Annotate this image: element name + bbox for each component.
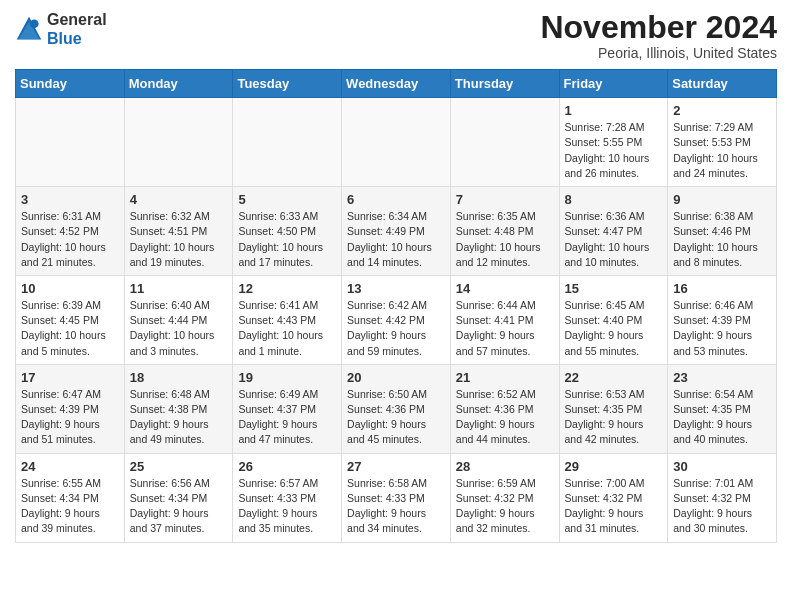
day-info-23: Sunrise: 6:54 AM Sunset: 4:35 PM Dayligh…	[673, 387, 771, 448]
calendar-body: 1Sunrise: 7:28 AM Sunset: 5:55 PM Daylig…	[16, 98, 777, 542]
day-num-19: 19	[238, 370, 336, 385]
cell-w0-d0	[16, 98, 125, 187]
cell-w3-d2: 19Sunrise: 6:49 AM Sunset: 4:37 PM Dayli…	[233, 364, 342, 453]
week-row-0: 1Sunrise: 7:28 AM Sunset: 5:55 PM Daylig…	[16, 98, 777, 187]
cell-w4-d2: 26Sunrise: 6:57 AM Sunset: 4:33 PM Dayli…	[233, 453, 342, 542]
day-info-24: Sunrise: 6:55 AM Sunset: 4:34 PM Dayligh…	[21, 476, 119, 537]
day-num-1: 1	[565, 103, 663, 118]
cell-w3-d4: 21Sunrise: 6:52 AM Sunset: 4:36 PM Dayli…	[450, 364, 559, 453]
day-num-21: 21	[456, 370, 554, 385]
week-row-4: 24Sunrise: 6:55 AM Sunset: 4:34 PM Dayli…	[16, 453, 777, 542]
week-row-3: 17Sunrise: 6:47 AM Sunset: 4:39 PM Dayli…	[16, 364, 777, 453]
day-info-6: Sunrise: 6:34 AM Sunset: 4:49 PM Dayligh…	[347, 209, 445, 270]
day-num-29: 29	[565, 459, 663, 474]
day-num-14: 14	[456, 281, 554, 296]
cell-w1-d5: 8Sunrise: 6:36 AM Sunset: 4:47 PM Daylig…	[559, 187, 668, 276]
day-num-8: 8	[565, 192, 663, 207]
cell-w2-d0: 10Sunrise: 6:39 AM Sunset: 4:45 PM Dayli…	[16, 275, 125, 364]
location: Peoria, Illinois, United States	[540, 45, 777, 61]
cell-w3-d1: 18Sunrise: 6:48 AM Sunset: 4:38 PM Dayli…	[124, 364, 233, 453]
day-num-3: 3	[21, 192, 119, 207]
cell-w0-d3	[342, 98, 451, 187]
day-info-17: Sunrise: 6:47 AM Sunset: 4:39 PM Dayligh…	[21, 387, 119, 448]
header: General Blue November 2024 Peoria, Illin…	[15, 10, 777, 61]
day-num-6: 6	[347, 192, 445, 207]
week-row-2: 10Sunrise: 6:39 AM Sunset: 4:45 PM Dayli…	[16, 275, 777, 364]
day-info-8: Sunrise: 6:36 AM Sunset: 4:47 PM Dayligh…	[565, 209, 663, 270]
day-num-26: 26	[238, 459, 336, 474]
calendar-header: Sunday Monday Tuesday Wednesday Thursday…	[16, 70, 777, 98]
day-info-26: Sunrise: 6:57 AM Sunset: 4:33 PM Dayligh…	[238, 476, 336, 537]
cell-w4-d1: 25Sunrise: 6:56 AM Sunset: 4:34 PM Dayli…	[124, 453, 233, 542]
cell-w1-d6: 9Sunrise: 6:38 AM Sunset: 4:46 PM Daylig…	[668, 187, 777, 276]
day-num-13: 13	[347, 281, 445, 296]
day-info-19: Sunrise: 6:49 AM Sunset: 4:37 PM Dayligh…	[238, 387, 336, 448]
cell-w1-d1: 4Sunrise: 6:32 AM Sunset: 4:51 PM Daylig…	[124, 187, 233, 276]
day-num-20: 20	[347, 370, 445, 385]
day-info-30: Sunrise: 7:01 AM Sunset: 4:32 PM Dayligh…	[673, 476, 771, 537]
day-info-18: Sunrise: 6:48 AM Sunset: 4:38 PM Dayligh…	[130, 387, 228, 448]
day-info-4: Sunrise: 6:32 AM Sunset: 4:51 PM Dayligh…	[130, 209, 228, 270]
logo-icon	[15, 15, 43, 43]
header-sunday: Sunday	[16, 70, 125, 98]
day-info-13: Sunrise: 6:42 AM Sunset: 4:42 PM Dayligh…	[347, 298, 445, 359]
day-num-2: 2	[673, 103, 771, 118]
day-info-22: Sunrise: 6:53 AM Sunset: 4:35 PM Dayligh…	[565, 387, 663, 448]
cell-w2-d3: 13Sunrise: 6:42 AM Sunset: 4:42 PM Dayli…	[342, 275, 451, 364]
day-num-23: 23	[673, 370, 771, 385]
day-num-18: 18	[130, 370, 228, 385]
day-num-7: 7	[456, 192, 554, 207]
day-num-4: 4	[130, 192, 228, 207]
day-num-30: 30	[673, 459, 771, 474]
title-block: November 2024 Peoria, Illinois, United S…	[540, 10, 777, 61]
day-num-22: 22	[565, 370, 663, 385]
header-friday: Friday	[559, 70, 668, 98]
day-num-24: 24	[21, 459, 119, 474]
logo-blue-text: Blue	[47, 30, 82, 47]
cell-w4-d3: 27Sunrise: 6:58 AM Sunset: 4:33 PM Dayli…	[342, 453, 451, 542]
page: General Blue November 2024 Peoria, Illin…	[0, 0, 792, 558]
header-saturday: Saturday	[668, 70, 777, 98]
day-num-15: 15	[565, 281, 663, 296]
header-monday: Monday	[124, 70, 233, 98]
day-info-16: Sunrise: 6:46 AM Sunset: 4:39 PM Dayligh…	[673, 298, 771, 359]
cell-w0-d5: 1Sunrise: 7:28 AM Sunset: 5:55 PM Daylig…	[559, 98, 668, 187]
cell-w0-d4	[450, 98, 559, 187]
weekday-header-row: Sunday Monday Tuesday Wednesday Thursday…	[16, 70, 777, 98]
cell-w2-d6: 16Sunrise: 6:46 AM Sunset: 4:39 PM Dayli…	[668, 275, 777, 364]
day-info-25: Sunrise: 6:56 AM Sunset: 4:34 PM Dayligh…	[130, 476, 228, 537]
day-info-20: Sunrise: 6:50 AM Sunset: 4:36 PM Dayligh…	[347, 387, 445, 448]
day-info-11: Sunrise: 6:40 AM Sunset: 4:44 PM Dayligh…	[130, 298, 228, 359]
day-info-2: Sunrise: 7:29 AM Sunset: 5:53 PM Dayligh…	[673, 120, 771, 181]
day-info-29: Sunrise: 7:00 AM Sunset: 4:32 PM Dayligh…	[565, 476, 663, 537]
cell-w1-d4: 7Sunrise: 6:35 AM Sunset: 4:48 PM Daylig…	[450, 187, 559, 276]
day-info-15: Sunrise: 6:45 AM Sunset: 4:40 PM Dayligh…	[565, 298, 663, 359]
logo-general-text: General	[47, 11, 107, 28]
day-info-12: Sunrise: 6:41 AM Sunset: 4:43 PM Dayligh…	[238, 298, 336, 359]
day-info-7: Sunrise: 6:35 AM Sunset: 4:48 PM Dayligh…	[456, 209, 554, 270]
cell-w2-d2: 12Sunrise: 6:41 AM Sunset: 4:43 PM Dayli…	[233, 275, 342, 364]
cell-w3-d5: 22Sunrise: 6:53 AM Sunset: 4:35 PM Dayli…	[559, 364, 668, 453]
cell-w0-d6: 2Sunrise: 7:29 AM Sunset: 5:53 PM Daylig…	[668, 98, 777, 187]
header-wednesday: Wednesday	[342, 70, 451, 98]
cell-w2-d4: 14Sunrise: 6:44 AM Sunset: 4:41 PM Dayli…	[450, 275, 559, 364]
day-info-5: Sunrise: 6:33 AM Sunset: 4:50 PM Dayligh…	[238, 209, 336, 270]
cell-w1-d2: 5Sunrise: 6:33 AM Sunset: 4:50 PM Daylig…	[233, 187, 342, 276]
day-info-28: Sunrise: 6:59 AM Sunset: 4:32 PM Dayligh…	[456, 476, 554, 537]
month-title: November 2024	[540, 10, 777, 45]
cell-w2-d1: 11Sunrise: 6:40 AM Sunset: 4:44 PM Dayli…	[124, 275, 233, 364]
day-info-1: Sunrise: 7:28 AM Sunset: 5:55 PM Dayligh…	[565, 120, 663, 181]
cell-w3-d0: 17Sunrise: 6:47 AM Sunset: 4:39 PM Dayli…	[16, 364, 125, 453]
day-num-17: 17	[21, 370, 119, 385]
day-info-21: Sunrise: 6:52 AM Sunset: 4:36 PM Dayligh…	[456, 387, 554, 448]
day-num-12: 12	[238, 281, 336, 296]
day-info-3: Sunrise: 6:31 AM Sunset: 4:52 PM Dayligh…	[21, 209, 119, 270]
cell-w4-d4: 28Sunrise: 6:59 AM Sunset: 4:32 PM Dayli…	[450, 453, 559, 542]
cell-w4-d5: 29Sunrise: 7:00 AM Sunset: 4:32 PM Dayli…	[559, 453, 668, 542]
logo: General Blue	[15, 10, 107, 48]
cell-w2-d5: 15Sunrise: 6:45 AM Sunset: 4:40 PM Dayli…	[559, 275, 668, 364]
day-num-27: 27	[347, 459, 445, 474]
cell-w1-d3: 6Sunrise: 6:34 AM Sunset: 4:49 PM Daylig…	[342, 187, 451, 276]
day-num-5: 5	[238, 192, 336, 207]
cell-w0-d1	[124, 98, 233, 187]
